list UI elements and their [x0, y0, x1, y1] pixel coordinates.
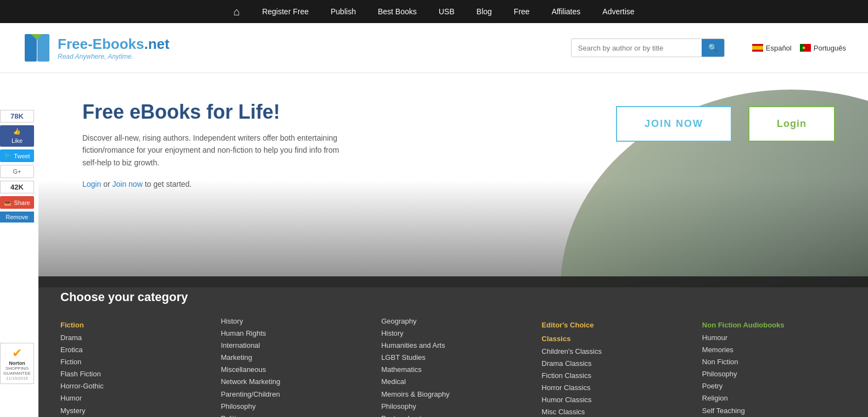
portuguese-language-link[interactable]: Português [800, 44, 846, 52]
gplus-button[interactable]: G+ [0, 165, 34, 178]
svg-point-7 [802, 47, 805, 49]
category-item[interactable]: Human Rights [221, 327, 365, 340]
category-item[interactable]: Philosophy [221, 401, 365, 413]
category-item[interactable]: Horror-Gothic [60, 380, 204, 392]
category-title: Choose your category [60, 290, 846, 304]
category-col-0: FictionDramaEroticaFictionFlash FictionH… [60, 315, 204, 417]
site-logo-name: Free-Ebooks.net [58, 36, 170, 53]
category-item[interactable]: International [221, 340, 365, 352]
main-content: JOIN NOW Login Free eBooks for Life! Dis… [38, 73, 868, 417]
hero-description: Discover all-new, rising authors. Indepe… [82, 132, 346, 169]
category-item[interactable]: Memories [702, 344, 846, 356]
spanish-flag-icon [752, 44, 763, 52]
category-item[interactable]: Humor Classics [542, 394, 686, 406]
category-item[interactable]: Non Fiction [702, 356, 846, 368]
category-heading: Non Fiction Audiobooks [702, 321, 846, 329]
category-item[interactable]: LGBT Studies [381, 352, 525, 364]
svg-rect-1 [37, 34, 49, 62]
language-area: Español Português [752, 44, 846, 52]
category-item[interactable]: Misc Classics [542, 406, 686, 417]
category-col-3: Editor's ChoiceClassicsChildren's Classi… [542, 315, 686, 417]
register-free-nav-link[interactable]: Register Free [259, 2, 311, 21]
social-sidebar: 78K 👍 Like 🐦 Tweet G+ 42K 📤 Share Remove [0, 110, 34, 223]
tweet-button[interactable]: 🐦 Tweet [0, 149, 34, 162]
category-item[interactable]: Humour [702, 332, 846, 344]
join-now-button[interactable]: JOIN NOW [616, 106, 732, 142]
home-icon: ⌂ [233, 5, 240, 18]
best-books-nav-link[interactable]: Best Books [375, 2, 419, 21]
hero-buttons: JOIN NOW Login [616, 106, 835, 142]
norton-checkmark-icon: ✔ [3, 346, 31, 360]
category-section: Choose your category FictionDramaErotica… [38, 276, 868, 417]
svg-rect-0 [25, 34, 37, 62]
category-item[interactable]: Philosophy [381, 401, 525, 413]
category-item[interactable]: History [381, 327, 525, 340]
category-item[interactable]: Philosophy [702, 368, 846, 380]
category-grid: FictionDramaEroticaFictionFlash FictionH… [60, 315, 846, 417]
category-item[interactable]: Humor [60, 392, 204, 404]
category-item[interactable]: Memoirs & Biography [381, 388, 525, 401]
facebook-like-button[interactable]: 👍 Like [0, 125, 34, 147]
category-item[interactable]: Marketing [221, 352, 365, 364]
search-icon: 🔍 [708, 43, 718, 52]
share-count: 42K [0, 181, 34, 193]
category-item[interactable]: Poetry [702, 380, 846, 392]
category-item[interactable]: Religion [702, 392, 846, 404]
category-item[interactable]: Fiction Classics [542, 370, 686, 382]
twitter-icon: 🐦 [4, 152, 12, 159]
category-item[interactable]: Erotica [60, 344, 204, 356]
category-item[interactable]: Children's Classics [542, 346, 686, 358]
blog-nav-link[interactable]: Blog [474, 2, 495, 21]
category-item[interactable]: Geography [381, 315, 525, 327]
search-area: 🔍 [571, 38, 725, 57]
category-item[interactable]: Flash Fiction [60, 368, 204, 380]
category-item[interactable]: Parenting/Children [221, 388, 365, 401]
search-button[interactable]: 🔍 [702, 39, 724, 57]
share-icon: 📤 [4, 199, 12, 206]
logo-tagline: Read Anywhere, Anytime. [58, 53, 170, 60]
fb-count: 78K [0, 110, 34, 123]
category-item[interactable]: Self Teaching [702, 405, 846, 417]
site-header: Free-Ebooks.net Read Anywhere, Anytime. … [0, 23, 868, 73]
spanish-language-link[interactable]: Español [752, 44, 792, 52]
home-nav-link[interactable]: ⌂ [231, 0, 243, 24]
category-heading: Editor's Choice [542, 321, 686, 329]
category-item[interactable]: Drama [60, 332, 204, 344]
logo-area: Free-Ebooks.net Read Anywhere, Anytime. [22, 31, 170, 64]
category-col-4: Non Fiction AudiobooksHumourMemoriesNon … [702, 315, 846, 417]
affiliates-nav-link[interactable]: Affiliates [549, 2, 584, 21]
hero-login-link[interactable]: Login [82, 180, 101, 188]
share-button[interactable]: 📤 Share [0, 196, 34, 209]
category-item[interactable]: Drama Classics [542, 358, 686, 370]
category-item[interactable]: Medical [381, 376, 525, 388]
category-item[interactable]: Fiction [60, 356, 204, 368]
category-item[interactable]: Mystery [60, 405, 204, 417]
hero-section: JOIN NOW Login Free eBooks for Life! Dis… [38, 73, 868, 287]
search-input[interactable] [572, 40, 702, 57]
category-item[interactable]: Mathematics [381, 364, 525, 376]
category-heading: Fiction [60, 321, 204, 329]
category-item[interactable]: Postmodernism [381, 413, 525, 417]
category-col-2: GeographyHistoryHumanities and ArtsLGBT … [381, 315, 525, 417]
svg-rect-4 [752, 46, 763, 50]
category-col-1: HistoryHuman RightsInternationalMarketin… [221, 315, 365, 417]
remove-button[interactable]: Remove [0, 212, 34, 223]
thumbs-up-icon: 👍 [13, 128, 21, 135]
hero-join-link[interactable]: Join now [113, 180, 143, 188]
free-nav-link[interactable]: Free [511, 2, 533, 21]
category-item[interactable]: Horror Classics [542, 382, 686, 394]
advertise-nav-link[interactable]: Advertise [600, 2, 637, 21]
top-navigation: ⌂ Register Free Publish Best Books USB B… [0, 0, 868, 23]
norton-badge: ✔ Norton SHOPPINGGUARANTEE 11/10/2018 [0, 343, 34, 384]
category-item[interactable]: Miscellaneous [221, 364, 365, 376]
publish-nav-link[interactable]: Publish [328, 2, 359, 21]
usb-nav-link[interactable]: USB [436, 2, 457, 21]
login-button[interactable]: Login [748, 106, 835, 142]
category-item[interactable]: Humanities and Arts [381, 340, 525, 352]
category-item[interactable]: Politics [221, 413, 365, 417]
category-heading: Classics [542, 335, 686, 343]
portuguese-flag-icon [800, 44, 811, 52]
category-item[interactable]: Network Marketing [221, 376, 365, 388]
category-item[interactable]: History [221, 315, 365, 327]
logo-icon [22, 31, 52, 64]
